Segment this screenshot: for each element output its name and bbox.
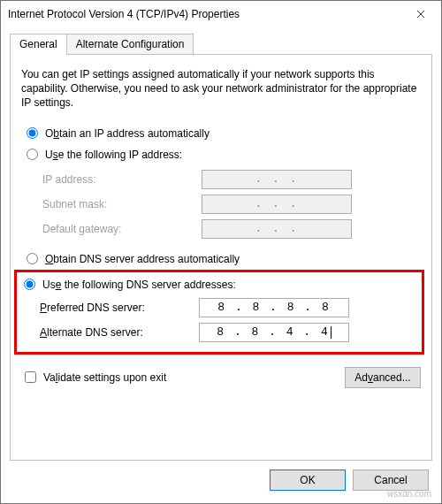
- checkbox-validate-label: Validate settings upon exit: [43, 371, 166, 384]
- input-preferred-dns[interactable]: 8 . 8 . 8 . 8: [199, 298, 349, 317]
- label-preferred-dns: Preferred DNS server:: [40, 302, 199, 314]
- watermark: wsxdn.com: [387, 489, 431, 499]
- ok-button[interactable]: OK: [270, 470, 346, 491]
- tab-panel-general: You can get IP settings assigned automat…: [10, 54, 432, 461]
- label-ip-address: IP address:: [42, 173, 202, 186]
- input-subnet: . . .: [202, 195, 352, 214]
- row-ip-address: IP address: . . .: [42, 167, 421, 192]
- row-subnet: Subnet mask: . . .: [42, 192, 421, 217]
- radio-dns-manual-input[interactable]: [24, 279, 35, 290]
- tab-general[interactable]: General: [10, 34, 67, 55]
- input-ip-address: . . .: [202, 170, 352, 189]
- checkbox-validate[interactable]: Validate settings upon exit: [25, 371, 166, 384]
- titlebar: Internet Protocol Version 4 (TCP/IPv4) P…: [1, 1, 441, 27]
- radio-dns-auto-label: Obtain DNS server address automatically: [45, 253, 240, 265]
- radio-dns-auto[interactable]: Obtain DNS server address automatically: [27, 253, 421, 265]
- radio-dns-auto-input[interactable]: [27, 253, 38, 264]
- radio-ip-auto-label: Obtain an IP address automatically: [45, 127, 210, 140]
- checkbox-validate-input[interactable]: [25, 371, 36, 383]
- radio-ip-manual-label: Use the following IP address:: [45, 149, 182, 161]
- row-alternate-dns: Alternate DNS server: 8 . 8 . 4 . 4: [40, 320, 420, 345]
- radio-ip-manual-input[interactable]: [27, 149, 38, 160]
- input-alternate-dns[interactable]: 8 . 8 . 4 . 4: [199, 323, 349, 342]
- row-gateway: Default gateway: . . .: [42, 217, 421, 241]
- label-gateway: Default gateway:: [42, 223, 202, 235]
- cancel-button[interactable]: Cancel: [353, 470, 429, 491]
- text-caret: [331, 326, 332, 339]
- radio-dns-manual[interactable]: Use the following DNS server addresses:: [24, 279, 420, 291]
- radio-ip-auto[interactable]: Obtain an IP address automatically: [27, 127, 421, 140]
- close-icon: [416, 10, 425, 19]
- tabstrip: General Alternate Configuration: [10, 34, 432, 55]
- description-text: You can get IP settings assigned automat…: [21, 67, 421, 111]
- radio-ip-auto-input[interactable]: [27, 127, 38, 139]
- tab-alternate[interactable]: Alternate Configuration: [66, 34, 194, 55]
- advanced-button[interactable]: Advanced...: [345, 367, 421, 388]
- label-alternate-dns: Alternate DNS server:: [40, 326, 199, 339]
- close-button[interactable]: [400, 1, 441, 27]
- input-gateway: . . .: [202, 219, 352, 239]
- label-subnet: Subnet mask:: [42, 198, 202, 210]
- dns-fields: Preferred DNS server: 8 . 8 . 8 . 8 Alte…: [40, 295, 420, 345]
- dialog-buttons: OK Cancel: [10, 461, 432, 494]
- row-preferred-dns: Preferred DNS server: 8 . 8 . 8 . 8: [40, 295, 420, 320]
- radio-dns-manual-label: Use the following DNS server addresses:: [42, 279, 236, 291]
- highlight-box: Use the following DNS server addresses: …: [14, 270, 424, 355]
- radio-ip-manual[interactable]: Use the following IP address:: [27, 149, 421, 161]
- dialog-window: Internet Protocol Version 4 (TCP/IPv4) P…: [0, 0, 442, 504]
- validate-advanced-row: Validate settings upon exit Advanced...: [21, 367, 421, 388]
- client-area: General Alternate Configuration You can …: [1, 27, 441, 503]
- window-title: Internet Protocol Version 4 (TCP/IPv4) P…: [8, 8, 400, 20]
- ip-fields: IP address: . . . Subnet mask: . . . Def…: [42, 167, 421, 241]
